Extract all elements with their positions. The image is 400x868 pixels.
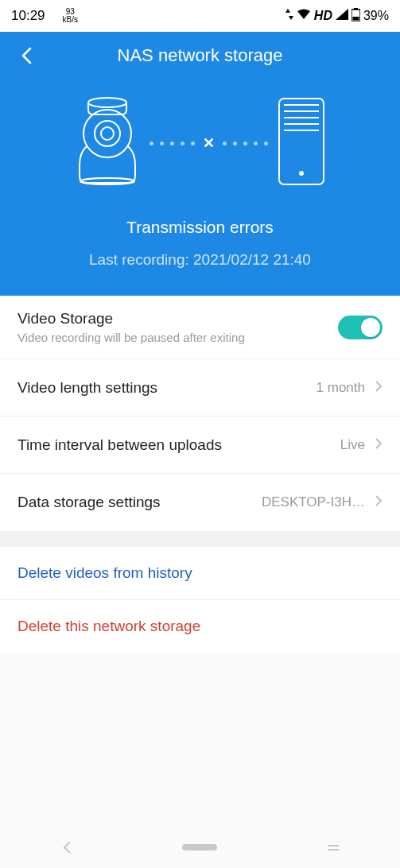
delete-storage-button[interactable]: Delete this network storage bbox=[0, 600, 400, 653]
video-storage-toggle[interactable] bbox=[338, 316, 383, 339]
camera-icon bbox=[73, 97, 142, 189]
delete-history-button[interactable]: Delete videos from history bbox=[0, 547, 400, 600]
svg-point-3 bbox=[88, 98, 126, 107]
svg-point-4 bbox=[83, 110, 131, 157]
battery-percent: 39% bbox=[363, 9, 389, 23]
nav-recent-button[interactable] bbox=[309, 836, 357, 858]
error-x-icon: ✕ bbox=[203, 134, 215, 152]
android-nav-bar bbox=[0, 827, 400, 868]
connection-dots: ✕ bbox=[150, 134, 268, 152]
section-gap bbox=[0, 531, 400, 547]
network-speed: 93 kB/s bbox=[63, 8, 78, 24]
chevron-right-icon bbox=[375, 380, 383, 396]
back-button[interactable] bbox=[14, 44, 38, 68]
time-interval-row[interactable]: Time interval between uploads Live bbox=[0, 417, 400, 474]
connection-diagram: ✕ bbox=[0, 79, 400, 213]
hd-label: HD bbox=[314, 9, 332, 23]
nav-home-button[interactable] bbox=[176, 836, 223, 858]
svg-rect-16 bbox=[328, 845, 339, 847]
settings-section: Video Storage Video recording will be pa… bbox=[0, 296, 400, 531]
signal-icon bbox=[336, 9, 348, 23]
last-recording: Last recording: 2021/02/12 21:40 bbox=[0, 251, 400, 269]
nas-icon bbox=[276, 97, 327, 189]
android-status-bar: 10:29 93 kB/s HD 39% bbox=[0, 0, 400, 32]
video-storage-subtitle: Video recording will be paused after exi… bbox=[17, 331, 338, 344]
nav-back-button[interactable] bbox=[43, 836, 91, 858]
video-storage-row: Video Storage Video recording will be pa… bbox=[0, 296, 400, 359]
svg-rect-2 bbox=[352, 17, 359, 21]
wifi-icon bbox=[297, 9, 311, 23]
svg-point-14 bbox=[300, 172, 303, 175]
svg-rect-17 bbox=[328, 849, 339, 851]
chevron-right-icon bbox=[375, 494, 383, 510]
chevron-right-icon bbox=[375, 437, 383, 453]
time-interval-value: Live bbox=[340, 437, 365, 453]
video-length-value: 1 month bbox=[317, 380, 365, 396]
transmission-status: Transmission errors bbox=[0, 218, 400, 237]
battery-icon bbox=[351, 8, 360, 25]
svg-point-5 bbox=[95, 121, 120, 146]
clock: 10:29 bbox=[11, 8, 45, 24]
data-storage-row[interactable]: Data storage settings DESKTOP-I3H… bbox=[0, 474, 400, 531]
data-storage-value: DESKTOP-I3H… bbox=[262, 494, 365, 510]
header: NAS network storage ✕ bbox=[0, 32, 400, 296]
page-title: NAS network storage bbox=[38, 45, 362, 66]
data-icon bbox=[285, 9, 293, 23]
video-storage-title: Video Storage bbox=[17, 310, 338, 327]
video-length-row[interactable]: Video length settings 1 month bbox=[0, 359, 400, 417]
svg-point-6 bbox=[101, 127, 114, 140]
svg-rect-15 bbox=[182, 844, 217, 851]
status-icons: HD 39% bbox=[285, 8, 389, 25]
